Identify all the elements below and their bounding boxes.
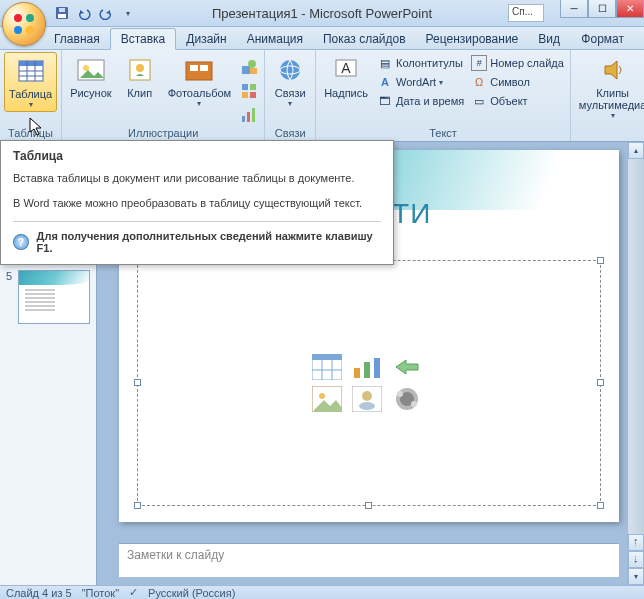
insert-media-icon[interactable] bbox=[392, 386, 422, 412]
tab-view[interactable]: Вид bbox=[528, 29, 570, 49]
notes-pane[interactable]: Заметки к слайду bbox=[119, 543, 619, 577]
header-footer-icon: ▤ bbox=[377, 55, 393, 71]
symbol-button[interactable]: ΩСимвол bbox=[469, 73, 566, 91]
tooltip-line1: Вставка таблицы в документ или рисование… bbox=[13, 171, 381, 186]
svg-point-21 bbox=[248, 60, 256, 68]
svg-rect-25 bbox=[242, 92, 248, 98]
svg-rect-22 bbox=[250, 68, 257, 74]
dropdown-icon: ▾ bbox=[288, 99, 292, 108]
svg-point-51 bbox=[411, 401, 417, 407]
close-button[interactable]: ✕ bbox=[616, 0, 644, 18]
slidenumber-button[interactable]: #Номер слайда bbox=[469, 54, 566, 72]
status-language[interactable]: Русский (Россия) bbox=[148, 587, 235, 599]
tab-animation[interactable]: Анимация bbox=[237, 29, 313, 49]
clip-button[interactable]: Клип bbox=[119, 52, 161, 101]
tab-review[interactable]: Рецензирование bbox=[416, 29, 529, 49]
resize-handle[interactable] bbox=[597, 379, 604, 386]
links-button[interactable]: Связи ▾ bbox=[269, 52, 311, 110]
shapes-button[interactable] bbox=[238, 56, 260, 78]
insert-smartart-icon[interactable] bbox=[392, 354, 422, 380]
title-bar: ▾ Презентация1 - Microsoft PowerPoint Сп… bbox=[0, 0, 644, 27]
svg-point-0 bbox=[14, 14, 22, 22]
content-placeholder[interactable] bbox=[137, 260, 601, 506]
clip-label: Клип bbox=[127, 87, 152, 99]
insert-clipart-icon[interactable] bbox=[352, 386, 382, 412]
vertical-scrollbar[interactable]: ▴ ⭫ ⭭ ▾ bbox=[627, 142, 644, 585]
svg-rect-42 bbox=[374, 358, 380, 378]
picture-icon bbox=[75, 54, 107, 86]
photoalbum-button[interactable]: Фотоальбом ▾ bbox=[164, 52, 236, 110]
svg-point-1 bbox=[26, 14, 34, 22]
media-clips-button[interactable]: Клипы мультимедиа ▾ bbox=[575, 52, 644, 122]
notes-placeholder: Заметки к слайду bbox=[127, 548, 224, 562]
tooltip-title: Таблица bbox=[13, 149, 381, 163]
office-button[interactable] bbox=[2, 2, 46, 46]
resize-handle[interactable] bbox=[134, 379, 141, 386]
dropdown-icon: ▾ bbox=[611, 111, 615, 120]
textbox-button[interactable]: A Надпись bbox=[320, 52, 372, 101]
qat-customize-icon[interactable]: ▾ bbox=[118, 3, 138, 23]
tooltip-footer: Для получения дополнительных сведений на… bbox=[37, 230, 381, 254]
svg-rect-18 bbox=[190, 65, 198, 71]
tab-home[interactable]: Главная bbox=[44, 29, 110, 49]
status-spellcheck-icon[interactable]: ✓ bbox=[129, 586, 138, 599]
redo-icon[interactable] bbox=[96, 3, 116, 23]
header-footer-button[interactable]: ▤Колонтитулы bbox=[375, 54, 466, 72]
datetime-button[interactable]: 🗔Дата и время bbox=[375, 92, 466, 110]
svg-rect-20 bbox=[242, 66, 250, 74]
insert-table-icon[interactable] bbox=[312, 354, 342, 380]
wordart-button[interactable]: AWordArt ▾ bbox=[375, 73, 466, 91]
resize-handle[interactable] bbox=[365, 502, 372, 509]
resize-handle[interactable] bbox=[597, 502, 604, 509]
quick-access-toolbar: ▾ bbox=[52, 3, 138, 23]
tab-slideshow[interactable]: Показ слайдов bbox=[313, 29, 416, 49]
datetime-icon: 🗔 bbox=[377, 93, 393, 109]
insert-chart-icon[interactable] bbox=[352, 354, 382, 380]
save-icon[interactable] bbox=[52, 3, 72, 23]
table-button[interactable]: Таблица ▾ bbox=[4, 52, 57, 112]
photoalbum-label: Фотоальбом bbox=[168, 87, 232, 99]
svg-rect-36 bbox=[312, 354, 342, 360]
picture-label: Рисунок bbox=[70, 87, 112, 99]
table-label: Таблица bbox=[9, 88, 52, 100]
chart-button[interactable] bbox=[238, 104, 260, 126]
group-links: Связи ▾ Связи bbox=[265, 50, 316, 141]
group-illustrations: Рисунок Клип Фотоальбом ▾ Иллюстрации bbox=[62, 50, 265, 141]
object-button[interactable]: ▭Объект bbox=[469, 92, 566, 110]
next-slide-icon[interactable]: ⭭ bbox=[628, 551, 644, 568]
maximize-button[interactable]: ☐ bbox=[588, 0, 616, 18]
object-icon: ▭ bbox=[471, 93, 487, 109]
prev-slide-icon[interactable]: ⭫ bbox=[628, 534, 644, 551]
slide-thumbnail[interactable] bbox=[18, 270, 90, 324]
tab-design[interactable]: Дизайн bbox=[176, 29, 236, 49]
svg-rect-27 bbox=[242, 116, 245, 122]
svg-rect-17 bbox=[186, 62, 212, 80]
smartart-button[interactable] bbox=[238, 80, 260, 102]
svg-rect-26 bbox=[250, 92, 256, 98]
resize-handle[interactable] bbox=[134, 502, 141, 509]
status-theme: "Поток" bbox=[82, 587, 119, 599]
speaker-icon bbox=[597, 54, 629, 86]
group-text: A Надпись ▤Колонтитулы AWordArt ▾ 🗔Дата … bbox=[316, 50, 571, 141]
content-type-icons bbox=[312, 354, 426, 412]
svg-rect-19 bbox=[200, 65, 208, 71]
tab-format[interactable]: Формат bbox=[571, 29, 634, 49]
textbox-label: Надпись bbox=[324, 87, 368, 99]
svg-rect-5 bbox=[58, 14, 66, 18]
dropdown-icon: ▾ bbox=[197, 99, 201, 108]
minimize-button[interactable]: ─ bbox=[560, 0, 588, 18]
insert-picture-icon[interactable] bbox=[312, 386, 342, 412]
undo-icon[interactable] bbox=[74, 3, 94, 23]
svg-point-2 bbox=[14, 26, 22, 34]
resize-handle[interactable] bbox=[597, 257, 604, 264]
scroll-down-icon[interactable]: ▾ bbox=[628, 568, 644, 585]
tab-insert[interactable]: Вставка bbox=[110, 28, 177, 50]
scroll-up-icon[interactable]: ▴ bbox=[628, 142, 644, 159]
svg-rect-41 bbox=[364, 362, 370, 378]
group-tables-label: Таблицы bbox=[4, 126, 57, 141]
group-text-label: Текст bbox=[320, 126, 566, 141]
picture-button[interactable]: Рисунок bbox=[66, 52, 116, 101]
svg-text:A: A bbox=[341, 60, 351, 76]
group-tables: Таблица ▾ Таблицы bbox=[0, 50, 62, 141]
spelling-box[interactable]: Сп... bbox=[508, 4, 544, 22]
